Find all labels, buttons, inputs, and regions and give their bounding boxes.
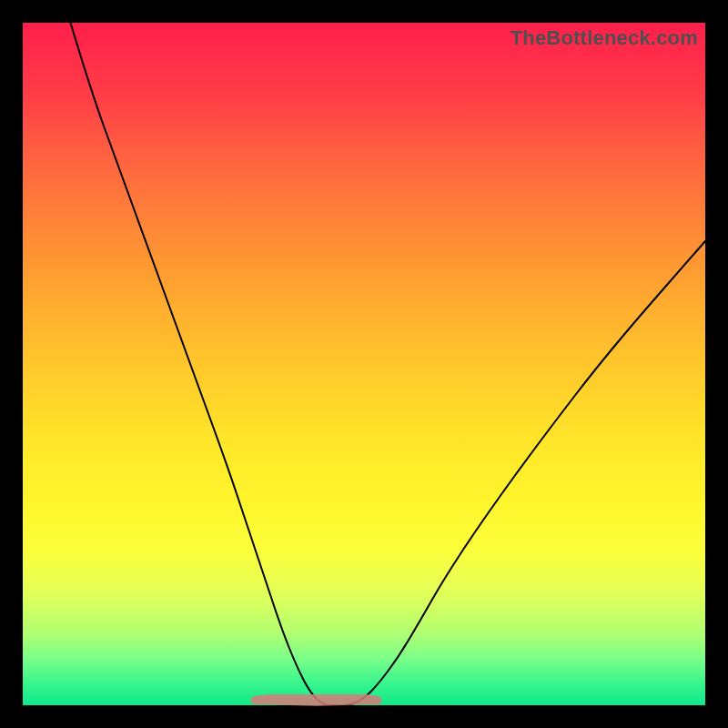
optimal-zone-band bbox=[255, 699, 378, 703]
bottleneck-plot bbox=[23, 23, 705, 705]
bottleneck-curve bbox=[71, 23, 706, 705]
chart-area: TheBottleneck.com bbox=[23, 23, 705, 705]
